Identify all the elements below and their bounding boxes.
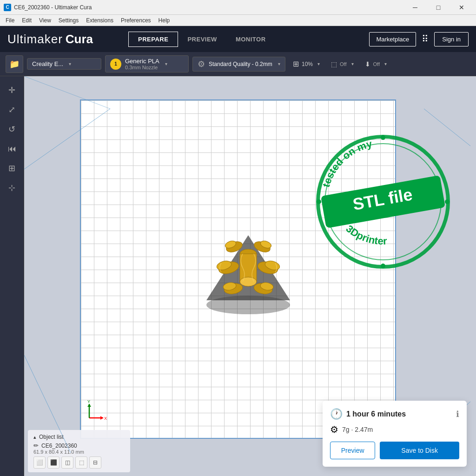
support-chevron: ▾ (351, 61, 354, 66)
app-icon: C (4, 4, 11, 11)
material-nozzle: 0.3mm Nozzle (125, 65, 159, 70)
quality-selector[interactable]: ⚙ Standard Quality - 0.2mm ▾ (192, 57, 285, 72)
save-to-disk-button[interactable]: Save to Disk (380, 442, 459, 459)
scale-tool[interactable]: ⤢ (4, 101, 20, 118)
logo: Ultimaker Cura (7, 32, 93, 46)
material-selector[interactable]: 1 Generic PLA 0.3mm Nozzle ▾ (105, 55, 189, 73)
object-dimensions: 61.9 x 80.4 x 11.0 mm (33, 449, 125, 455)
object-list-header: ▴ Object list (33, 434, 125, 440)
grid-icon[interactable]: ⠿ (422, 33, 429, 45)
viewport[interactable]: tested on my STL file 3Dprinter (24, 76, 476, 476)
minimize-button[interactable]: ─ (404, 1, 426, 14)
svg-point-18 (225, 239, 244, 254)
menu-help[interactable]: Help (155, 16, 174, 25)
folder-button[interactable]: 📁 (6, 55, 23, 73)
obj-icon-2[interactable]: ⬛ (47, 456, 60, 469)
infill-icon: ⊞ (293, 60, 299, 68)
svg-point-19 (224, 239, 237, 249)
permodel-tool[interactable]: ⊞ (4, 160, 20, 177)
print-material-text: 7g · 2.47m (342, 426, 373, 433)
material-num: 1 (110, 59, 121, 70)
nav-monitor[interactable]: MONITOR (226, 32, 275, 46)
move-tool[interactable]: ✛ (4, 82, 20, 99)
logo-cura: Cura (66, 32, 93, 46)
object-list-label: Object list (39, 434, 64, 440)
obj-icon-3[interactable]: ◫ (61, 456, 73, 469)
build-plate (80, 99, 396, 439)
print-time-row: 🕐 1 hour 6 minutes ℹ (330, 408, 459, 420)
menu-view[interactable]: View (35, 16, 55, 25)
nav-preview[interactable]: PREVIEW (178, 32, 226, 46)
quality-icon: ⚙ (198, 59, 205, 69)
clock-icon: 🕐 (330, 408, 343, 420)
svg-point-7 (240, 249, 257, 258)
svg-point-21 (259, 239, 272, 249)
svg-point-13 (264, 259, 281, 271)
marketplace-button[interactable]: Marketplace (369, 32, 416, 46)
obj-icon-5[interactable]: ⊟ (89, 456, 101, 469)
menu-bar: File Edit View Settings Extensions Prefe… (0, 15, 476, 26)
svg-point-14 (223, 282, 243, 296)
folder-icon: 📁 (9, 59, 20, 69)
svg-point-11 (216, 259, 232, 271)
object-list-panel: ▴ Object list ✏ CE6_2002360 61.9 x 80.4 … (28, 430, 130, 472)
svg-point-20 (253, 239, 272, 254)
svg-point-15 (223, 282, 237, 291)
adhesion-toggle[interactable]: ⬇ Off ▾ (361, 59, 390, 70)
adhesion-chevron: ▾ (384, 61, 387, 66)
support-toggle[interactable]: ⬚ Off ▾ (327, 59, 357, 70)
window-title: CE6_2002360 - Ultimaker Cura (14, 4, 92, 11)
obj-icon-1[interactable]: ⬜ (33, 456, 46, 469)
printer-chevron: ▾ (69, 61, 71, 66)
support-icon: ⬚ (331, 60, 337, 68)
preview-button[interactable]: Preview (330, 442, 375, 459)
object-name-row: ✏ CE6_2002360 (33, 442, 125, 449)
infill-label: 10% (302, 61, 313, 67)
menu-preferences[interactable]: Preferences (117, 16, 155, 25)
logo-ultimaker: Ultimaker (7, 32, 63, 46)
header-right: Marketplace ⠿ Sign in (369, 32, 469, 46)
svg-point-16 (253, 282, 273, 296)
svg-marker-6 (206, 235, 290, 300)
menu-extensions[interactable]: Extensions (82, 16, 117, 25)
print-time-text: 1 hour 6 minutes (346, 410, 406, 418)
nav-prepare[interactable]: PREPARE (128, 32, 178, 47)
mirror-tool[interactable]: ⏮ (4, 140, 20, 157)
adhesion-icon: ⬇ (365, 60, 370, 68)
svg-point-17 (260, 282, 274, 291)
object-action-icons: ⬜ ⬛ ◫ ⬚ ⊟ (33, 456, 125, 469)
3d-model (192, 207, 304, 319)
infill-chevron: ▾ (317, 61, 320, 66)
close-button[interactable]: ✕ (451, 1, 472, 14)
rotate-tool[interactable]: ↺ (4, 121, 20, 138)
menu-edit[interactable]: Edit (18, 16, 35, 25)
infill-toggle[interactable]: ⊞ 10% ▾ (289, 58, 324, 70)
material-chevron: ▾ (165, 61, 167, 66)
support-tool[interactable]: ⊹ (4, 179, 20, 196)
print-time-left: 🕐 1 hour 6 minutes (330, 408, 406, 420)
support-off-label: Off (340, 61, 346, 67)
quality-chevron: ▾ (278, 61, 280, 66)
print-info-card: 🕐 1 hour 6 minutes ℹ ⚙ 7g · 2.47m Previe… (323, 401, 467, 467)
signin-button[interactable]: Sign in (434, 32, 469, 46)
filament-icon: ⚙ (330, 424, 338, 435)
edit-icon: ✏ (33, 442, 39, 449)
printer-name: Creality E... (32, 60, 63, 67)
print-material-row: ⚙ 7g · 2.47m (330, 424, 459, 435)
info-icon[interactable]: ℹ (456, 409, 459, 419)
printer-selector[interactable]: Creality E... ▾ (27, 58, 101, 70)
toolbar: 📁 Creality E... ▾ 1 Generic PLA 0.3mm No… (0, 52, 476, 76)
chevron-up-icon: ▴ (33, 434, 36, 440)
svg-point-10 (218, 260, 240, 276)
menu-file[interactable]: File (2, 16, 18, 25)
object-filename: CE6_2002360 (41, 443, 77, 449)
title-bar: C CE6_2002360 - Ultimaker Cura ─ □ ✕ (0, 0, 476, 15)
app-header: Ultimaker Cura PREPARE PREVIEW MONITOR M… (0, 26, 476, 52)
obj-icon-4[interactable]: ⬚ (75, 456, 87, 469)
quality-label: Standard Quality - 0.2mm (209, 61, 272, 67)
left-toolbar: ✛ ⤢ ↺ ⏮ ⊞ ⊹ (0, 76, 24, 476)
menu-settings[interactable]: Settings (55, 16, 82, 25)
main-content: ✛ ⤢ ↺ ⏮ ⊞ ⊹ (0, 76, 476, 476)
svg-rect-8 (240, 254, 257, 282)
maximize-button[interactable]: □ (428, 1, 449, 14)
